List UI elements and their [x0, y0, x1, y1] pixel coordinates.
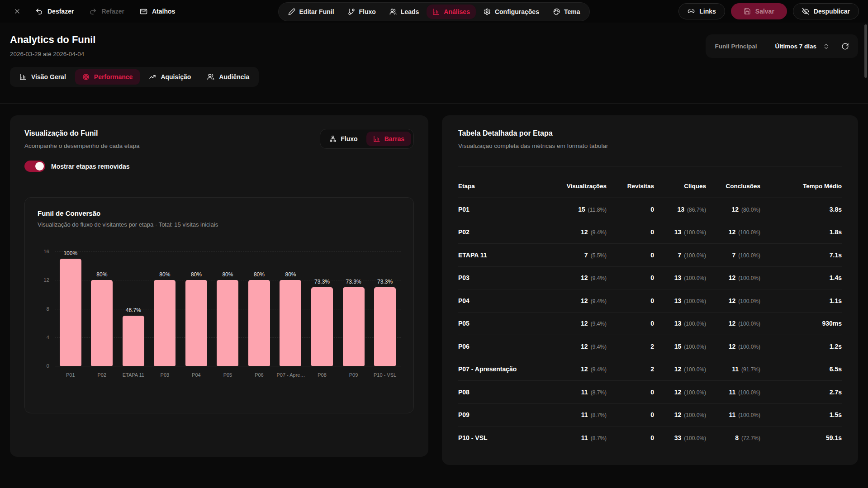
removed-steps-switch[interactable] — [24, 161, 45, 172]
cell-clicks-value: 15 — [674, 343, 682, 350]
cell-revisits-value: 0 — [650, 297, 654, 304]
bar-value-label: 73.3% — [377, 279, 393, 285]
funnel-bar[interactable] — [280, 280, 301, 366]
nav-item-editar-funil[interactable]: Editar Funil — [282, 5, 340, 19]
bar-slot: 73.3% — [340, 279, 368, 366]
tab-audiencia[interactable]: Audiência — [200, 69, 256, 85]
cell-time: 1.4s — [760, 274, 842, 281]
close-button[interactable] — [9, 4, 25, 19]
cell-conclusions-percent: (100.0%) — [738, 412, 760, 418]
links-button[interactable]: Links — [678, 3, 725, 19]
cell-views-value: 11 — [581, 411, 588, 418]
funnel-bar[interactable] — [60, 259, 81, 366]
cell-conclusions: 11(91.7%) — [706, 365, 760, 373]
table-body: P0115(11.8%)013(86.7%)12(80.0%)3.8sP0212… — [458, 198, 842, 450]
unpublish-button[interactable]: Despublicar — [793, 3, 859, 19]
git-branch-icon — [348, 8, 355, 15]
x-axis-label: ETAPA 11 — [119, 372, 147, 378]
funnel-bar[interactable] — [217, 280, 238, 366]
nav-item-leads[interactable]: Leads — [384, 5, 425, 19]
funnel-bar[interactable] — [248, 280, 270, 366]
tab-visao-geral[interactable]: Visão Geral — [12, 69, 73, 85]
cell-conclusions-value: 11 — [729, 389, 735, 396]
cell-clicks-percent: (100.0%) — [684, 344, 706, 350]
nav-item-tema[interactable]: Tema — [547, 5, 586, 19]
topbar-left: Desfazer Refazer Atalhos — [9, 4, 180, 19]
cell-views-percent: (9.4%) — [591, 229, 607, 236]
table-row: P0212(9.4%)013(100.0%)12(100.0%)1.8s — [458, 221, 842, 244]
funnel-bar[interactable] — [154, 280, 175, 366]
funnel-bar[interactable] — [185, 280, 207, 366]
redo-icon — [89, 8, 97, 15]
nav-label: Configurações — [495, 8, 539, 15]
save-button[interactable]: Salvar — [731, 3, 787, 19]
page-title: Analytics do Funil — [10, 33, 95, 46]
cell-time: 1.8s — [760, 228, 842, 236]
undo-button[interactable]: Desfazer — [30, 4, 79, 19]
cell-clicks: 13(100.0%) — [654, 320, 706, 327]
cell-views-percent: (8.7%) — [591, 435, 607, 441]
scrollbar-thumb[interactable] — [864, 24, 867, 78]
funnel-bar[interactable] — [123, 316, 144, 366]
x-axis-label: P08 — [308, 372, 336, 378]
funnel-card-titles: Visualização do Funil Acompanhe o desemp… — [24, 129, 139, 150]
cell-views: 11(8.7%) — [530, 411, 607, 418]
nav-item-fluxo[interactable]: Fluxo — [342, 5, 382, 19]
nav-label: Leads — [401, 8, 419, 15]
view-bars-label: Barras — [384, 135, 404, 142]
shortcuts-button[interactable]: Atalhos — [134, 4, 180, 19]
switch-knob — [35, 162, 44, 171]
cell-views-value: 12 — [581, 365, 588, 373]
cell-revisits: 0 — [607, 228, 654, 236]
nav-item-configuracoes[interactable]: Configurações — [478, 5, 545, 19]
funnel-card-title: Visualização do Funil — [24, 129, 139, 138]
cell-conclusions-value: 11 — [732, 365, 739, 373]
funnel-bar[interactable] — [311, 287, 333, 366]
cell-etapa: P04 — [458, 297, 530, 304]
trending-up-icon — [149, 73, 156, 81]
pencil-icon — [288, 8, 295, 15]
cell-views-value: 7 — [584, 251, 588, 259]
cell-clicks-value: 13 — [674, 320, 682, 327]
cell-time: 1.5s — [760, 411, 842, 418]
y-tick-label: 12 — [43, 277, 49, 283]
tab-performance[interactable]: Performance — [75, 69, 140, 85]
cell-clicks: 12(100.0%) — [654, 411, 706, 418]
page-header-titles: Analytics do Funil 2026-03-29 até 2026-0… — [10, 33, 95, 58]
save-icon — [744, 8, 751, 15]
cell-views-value: 12 — [581, 274, 588, 281]
gear-icon — [484, 8, 491, 15]
chart-title: Funil de Conversão — [38, 209, 401, 217]
links-label: Links — [699, 8, 716, 15]
view-bars-button[interactable]: Barras — [366, 132, 411, 146]
main-content: Visualização do Funil Acompanhe o desemp… — [0, 104, 868, 465]
table-card-title: Tabela Detalhada por Etapa — [458, 129, 842, 138]
cell-etapa: P01 — [458, 206, 530, 213]
cell-clicks: 15(100.0%) — [654, 343, 706, 350]
plot-wrap: 1612840 100%80%46.7%80%80%80%80%80%73.3%… — [38, 251, 401, 366]
funnel-bar[interactable] — [374, 287, 396, 366]
x-axis-label: P06 — [245, 372, 273, 378]
x-axis-label: P02 — [88, 372, 116, 378]
column-header-cliques: Cliques — [654, 183, 706, 190]
users-icon — [207, 73, 214, 81]
view-flow-button[interactable]: Fluxo — [323, 132, 364, 146]
period-selector[interactable]: Últimos 7 dias — [775, 43, 830, 50]
cell-revisits: 0 — [607, 274, 654, 281]
table-row: P0412(9.4%)013(100.0%)12(100.0%)1.1s — [458, 289, 842, 313]
cell-conclusions-percent: (100.0%) — [738, 298, 760, 304]
nav-item-analises[interactable]: Análises — [427, 5, 476, 19]
y-tick-label: 16 — [43, 249, 49, 254]
funnel-bar[interactable] — [91, 280, 113, 366]
cell-views-value: 15 — [578, 206, 585, 213]
cell-clicks-percent: (100.0%) — [684, 389, 706, 396]
funnel-bar[interactable] — [343, 287, 365, 366]
refresh-button[interactable] — [841, 43, 849, 50]
funnel-selector[interactable]: Funil Principal — [715, 43, 763, 50]
tab-aquisicao[interactable]: Aquisição — [142, 69, 198, 85]
x-axis-label: P07 - Apre… — [276, 372, 304, 378]
cell-views-percent: (9.4%) — [591, 366, 607, 373]
redo-button[interactable]: Refazer — [84, 4, 130, 19]
y-axis: 1612840 — [38, 251, 55, 366]
cell-conclusions-percent: (100.0%) — [738, 252, 760, 259]
